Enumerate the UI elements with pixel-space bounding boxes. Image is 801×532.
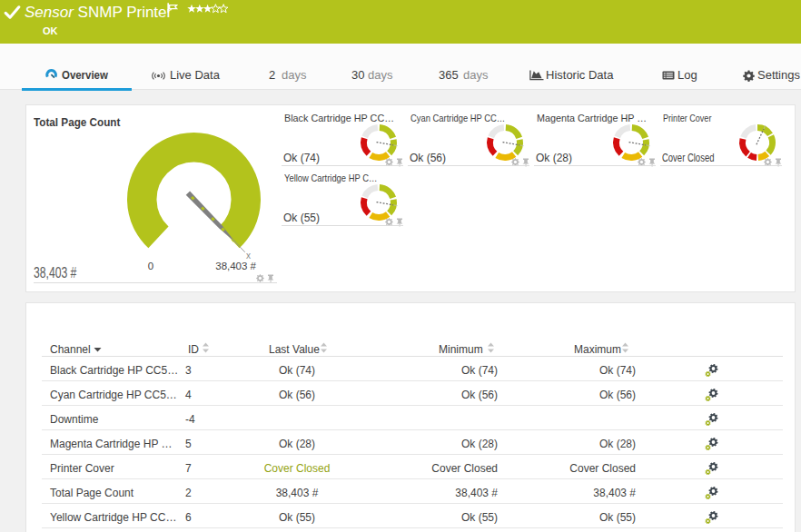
svg-text:x: x [246, 251, 251, 261]
